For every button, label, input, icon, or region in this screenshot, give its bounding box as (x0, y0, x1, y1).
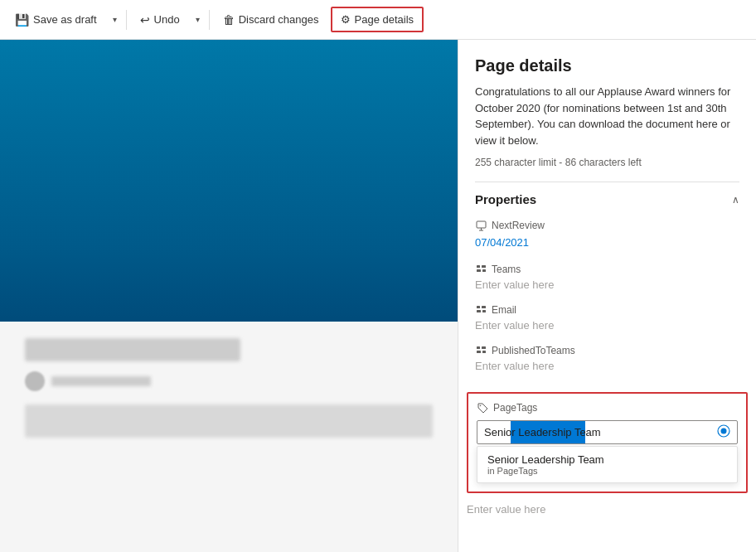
property-nextreview-label: NextReview (475, 220, 739, 231)
enter-value-placeholder[interactable]: Enter value here (458, 500, 756, 522)
property-publishedtoteams-label: PublishedToTeams (475, 345, 739, 356)
svg-rect-0 (477, 221, 486, 228)
svg-rect-6 (482, 269, 486, 272)
autocomplete-item-0[interactable]: Senior Leadership Team in PageTags (477, 447, 737, 482)
save-draft-caret[interactable]: ▾ (109, 10, 121, 29)
teams-label-text: Teams (492, 264, 521, 275)
svg-rect-11 (477, 346, 480, 349)
gear-icon: ⚙ (341, 13, 351, 26)
page-details-button[interactable]: ⚙ Page details (331, 7, 424, 32)
nextreview-label-text: NextReview (492, 220, 545, 231)
email-label-text: Email (492, 304, 516, 316)
publishedtoteams-placeholder[interactable]: Enter value here (475, 360, 739, 372)
svg-rect-10 (482, 310, 486, 312)
teams-placeholder[interactable]: Enter value here (475, 278, 739, 291)
panel-title: Page details (458, 40, 756, 84)
nextreview-value[interactable]: 07/04/2021 (475, 235, 739, 250)
main-area: Page details Congratulations to all our … (0, 40, 756, 552)
search-circle-icon[interactable] (710, 424, 737, 440)
pagetags-input-wrapper (477, 420, 738, 444)
svg-rect-8 (482, 306, 486, 308)
undo-caret[interactable]: ▾ (191, 10, 204, 29)
property-nextreview: NextReview 07/04/2021 (475, 220, 739, 250)
page-details-label: Page details (355, 13, 414, 26)
publishedtoteams-label-text: PublishedToTeams (492, 345, 575, 356)
toolbar-divider-1 (126, 10, 127, 30)
pagetags-label-text: PageTags (493, 402, 537, 414)
page-content-inner (0, 322, 458, 552)
property-publishedtoteams: PublishedToTeams Enter value here (475, 345, 739, 372)
property-teams: Teams Enter value here (475, 264, 739, 291)
undo-button[interactable]: ↩ Undo (132, 8, 188, 31)
pagetags-label: PageTags (477, 402, 738, 414)
svg-rect-14 (482, 351, 486, 353)
autocomplete-item-sub-0: in PageTags (487, 466, 727, 476)
discard-changes-button[interactable]: 🗑 Discard changes (215, 8, 327, 31)
grid-icon-published (475, 345, 487, 356)
save-draft-label: Save as draft (33, 13, 97, 26)
save-as-draft-button[interactable]: 💾 Save as draft (7, 8, 105, 31)
svg-rect-9 (477, 310, 481, 312)
tag-icon (477, 402, 488, 414)
autocomplete-dropdown: Senior Leadership Team in PageTags (477, 446, 738, 483)
property-email: Email Enter value here (475, 304, 739, 332)
undo-label: Undo (154, 13, 180, 26)
save-icon: 💾 (15, 13, 29, 27)
collapse-icon[interactable]: ∧ (732, 194, 739, 206)
property-email-label: Email (475, 304, 739, 316)
email-placeholder[interactable]: Enter value here (475, 319, 739, 332)
svg-rect-7 (477, 306, 480, 308)
autocomplete-item-main-0: Senior Leadership Team (487, 453, 727, 466)
svg-point-15 (479, 404, 481, 406)
page-content (0, 40, 458, 552)
svg-rect-5 (477, 269, 481, 272)
page-title-blurred (25, 338, 240, 361)
page-subtitle-blurred (25, 371, 433, 391)
char-limit: 255 character limit - 86 characters left (458, 157, 756, 182)
svg-rect-13 (477, 351, 481, 353)
author-blurred (51, 376, 151, 386)
pagetags-input[interactable] (477, 421, 710, 443)
toolbar: 💾 Save as draft ▾ ↩ Undo ▾ 🗑 Discard cha… (0, 0, 756, 40)
grid-icon-teams (475, 264, 487, 275)
svg-rect-4 (482, 265, 486, 268)
content-block-blurred (25, 404, 433, 438)
discard-label: Discard changes (239, 13, 319, 26)
properties-section: Properties ∧ NextReview 07/04/2021 (458, 182, 756, 385)
panel-description: Congratulations to all our Applause Awar… (458, 84, 756, 157)
property-teams-label: Teams (475, 264, 739, 275)
svg-rect-12 (482, 346, 486, 349)
svg-point-17 (721, 429, 727, 434)
pagetags-section: PageTags Senior Leadership Team in PageT… (467, 392, 748, 493)
grid-icon-email (475, 304, 487, 316)
avatar-blurred (25, 371, 45, 391)
discard-icon: 🗑 (223, 13, 235, 27)
monitor-icon (475, 220, 487, 231)
svg-rect-3 (477, 265, 480, 268)
toolbar-divider-2 (209, 10, 210, 30)
properties-title: Properties (475, 192, 536, 206)
properties-header: Properties ∧ (475, 192, 739, 206)
right-panel: Page details Congratulations to all our … (458, 40, 756, 552)
undo-icon: ↩ (140, 13, 150, 27)
